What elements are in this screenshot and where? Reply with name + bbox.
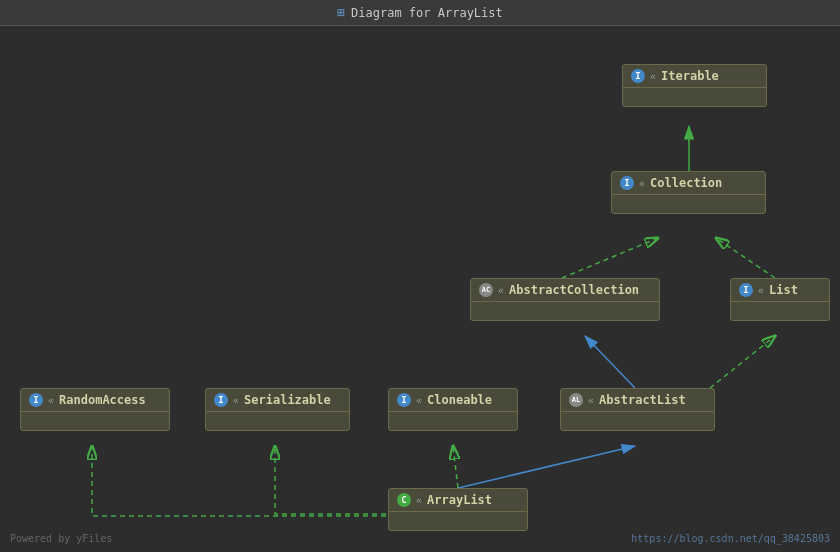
badge-serializable: I (214, 393, 228, 407)
node-iterable[interactable]: I « Iterable (622, 64, 767, 107)
node-abstractlist-header: AL « AbstractList (561, 389, 714, 412)
node-list[interactable]: I « List (730, 278, 830, 321)
label-iterable: Iterable (661, 69, 719, 83)
svg-line-5 (562, 238, 658, 278)
label-arraylist: ArrayList (427, 493, 492, 507)
node-cloneable[interactable]: I « Cloneable (388, 388, 518, 431)
svg-line-6 (716, 238, 775, 278)
node-abstractcollection[interactable]: AC « AbstractCollection (470, 278, 660, 321)
node-serializable[interactable]: I « Serializable (205, 388, 350, 431)
diagram-area: I « Iterable I « Collection AC « Abstrac… (0, 26, 840, 552)
footer-left: Powered by yFiles (10, 533, 112, 544)
title-bar: ⊞ Diagram for ArrayList (0, 0, 840, 26)
node-collection[interactable]: I « Collection (611, 171, 766, 214)
label-serializable: Serializable (244, 393, 331, 407)
label-abstractcollection: AbstractCollection (509, 283, 639, 297)
badge-abstractlist: AL (569, 393, 583, 407)
label-collection: Collection (650, 176, 722, 190)
title-icon: ⊞ (337, 5, 345, 20)
svg-line-10 (453, 446, 458, 488)
badge-arraylist: C (397, 493, 411, 507)
node-arraylist[interactable]: C « ArrayList (388, 488, 528, 531)
node-collection-header: I « Collection (612, 172, 765, 195)
title-text: Diagram for ArrayList (351, 6, 503, 20)
svg-line-9 (458, 446, 635, 488)
node-iterable-header: I « Iterable (623, 65, 766, 88)
label-abstractlist: AbstractList (599, 393, 686, 407)
label-randomaccess: RandomAccess (59, 393, 146, 407)
label-list: List (769, 283, 798, 297)
node-abstractcollection-header: AC « AbstractCollection (471, 279, 659, 302)
svg-line-8 (710, 336, 775, 388)
node-randomaccess[interactable]: I « RandomAccess (20, 388, 170, 431)
badge-iterable: I (631, 69, 645, 83)
badge-collection: I (620, 176, 634, 190)
badge-randomaccess: I (29, 393, 43, 407)
node-randomaccess-header: I « RandomAccess (21, 389, 169, 412)
node-arraylist-header: C « ArrayList (389, 489, 527, 512)
node-cloneable-header: I « Cloneable (389, 389, 517, 412)
svg-line-7 (585, 336, 635, 388)
node-list-header: I « List (731, 279, 829, 302)
label-cloneable: Cloneable (427, 393, 492, 407)
badge-cloneable: I (397, 393, 411, 407)
footer-right: https://blog.csdn.net/qq_38425803 (631, 533, 830, 544)
node-serializable-header: I « Serializable (206, 389, 349, 412)
badge-list: I (739, 283, 753, 297)
badge-abstractcollection: AC (479, 283, 493, 297)
node-abstractlist[interactable]: AL « AbstractList (560, 388, 715, 431)
